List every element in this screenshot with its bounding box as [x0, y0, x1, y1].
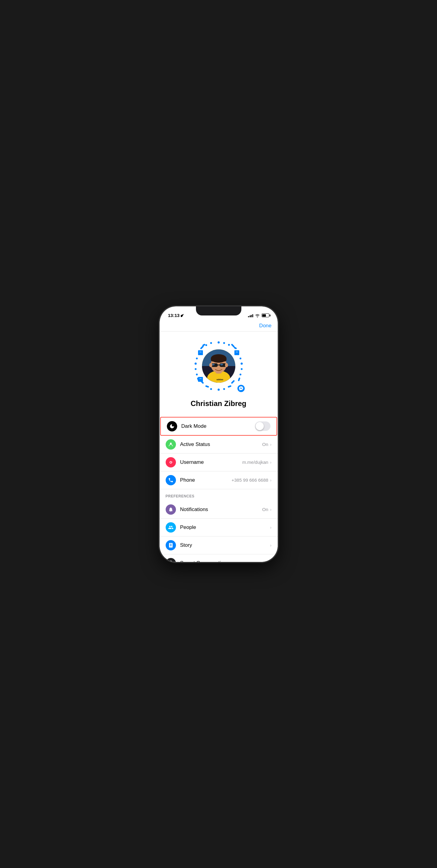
svg-point-37	[199, 379, 202, 381]
signal-bars	[248, 314, 253, 317]
active-status-value: On	[262, 442, 268, 447]
secret-conversations-chevron: ›	[270, 561, 272, 562]
svg-point-3	[228, 344, 230, 346]
story-label: Story	[180, 542, 270, 548]
svg-point-16	[210, 388, 212, 390]
svg-point-27	[199, 352, 202, 354]
svg-point-56	[209, 363, 212, 367]
wifi-icon	[255, 314, 260, 317]
username-value: m.me/dujkan	[242, 460, 268, 465]
story-icon-bg	[166, 540, 176, 550]
phone-screen: 13:13	[160, 306, 278, 562]
story-icon	[168, 542, 174, 548]
secret-conversations-label: Secret Conversations	[180, 560, 270, 562]
time-display: 13:13	[168, 313, 180, 318]
svg-point-7	[241, 363, 243, 365]
people-icon	[168, 525, 174, 530]
username-chevron: ›	[270, 460, 272, 465]
svg-point-11	[194, 363, 196, 365]
moon-icon	[169, 424, 175, 429]
battery-icon	[262, 313, 269, 317]
dark-mode-label: Dark Mode	[181, 423, 255, 429]
phone-frame: 13:13	[160, 306, 278, 562]
battery-fill	[262, 314, 266, 317]
svg-rect-51	[217, 365, 220, 365]
people-row[interactable]: People ›	[160, 519, 278, 536]
svg-point-13	[196, 374, 198, 375]
username-label: Username	[180, 459, 242, 465]
scroll-content[interactable]: adidas Christian Zibreg	[160, 332, 278, 562]
phone-row[interactable]: Phone +385 99 666 6688 ›	[160, 471, 278, 489]
header: Done	[160, 321, 278, 332]
signal-bar-4	[252, 314, 253, 317]
people-label: People	[180, 524, 270, 530]
active-status-chevron: ›	[270, 442, 272, 447]
phone-icon	[168, 477, 174, 483]
messenger-badge	[237, 384, 245, 393]
phone-label: Phone	[180, 477, 232, 483]
active-status-icon	[168, 442, 174, 447]
svg-point-15	[223, 388, 225, 390]
secret-conversations-icon-bg	[166, 558, 176, 562]
svg-rect-38	[205, 385, 209, 388]
svg-point-32	[236, 352, 238, 354]
profile-section: adidas Christian Zibreg	[160, 332, 278, 417]
notifications-chevron: ›	[270, 507, 272, 512]
svg-point-5	[205, 344, 207, 346]
dark-mode-toggle[interactable]	[255, 422, 271, 431]
location-arrow-icon	[181, 314, 184, 317]
story-row[interactable]: Story ›	[160, 536, 278, 554]
svg-point-1	[217, 341, 220, 343]
svg-rect-39	[227, 385, 231, 388]
qr-container[interactable]: adidas	[191, 339, 246, 393]
done-button[interactable]: Done	[259, 323, 272, 329]
active-status-label: Active Status	[180, 441, 262, 447]
svg-text:adidas: adidas	[217, 378, 223, 380]
username-icon-bg	[166, 457, 176, 467]
people-icon-bg	[166, 522, 176, 532]
story-chevron: ›	[270, 543, 272, 548]
notch	[196, 306, 241, 315]
notifications-label: Notifications	[180, 506, 262, 513]
avatar-image: adidas	[202, 349, 235, 383]
profile-name: Christian Zibreg	[190, 399, 246, 408]
svg-rect-40	[238, 377, 241, 381]
phone-chevron: ›	[270, 478, 272, 483]
status-time: 13:13	[168, 313, 184, 318]
lock-icon	[168, 560, 174, 562]
at-icon	[168, 460, 174, 465]
bell-icon	[168, 507, 174, 512]
svg-point-10	[196, 358, 198, 360]
notifications-value: On	[262, 507, 268, 512]
signal-bar-2	[250, 315, 250, 317]
svg-point-8	[241, 368, 243, 370]
toggle-knob	[256, 422, 264, 430]
dark-mode-row[interactable]: Dark Mode	[160, 417, 277, 436]
svg-point-57	[225, 363, 228, 367]
active-status-row[interactable]: Active Status On ›	[160, 436, 278, 454]
notifications-row[interactable]: Notifications On ›	[160, 501, 278, 519]
notifications-icon-bg	[166, 504, 176, 515]
settings-section: Dark Mode Active Status On ›	[160, 417, 278, 562]
svg-point-4	[210, 342, 212, 344]
people-chevron: ›	[270, 525, 272, 530]
svg-point-6	[240, 358, 241, 360]
svg-rect-22	[231, 380, 235, 383]
svg-point-2	[223, 342, 225, 344]
svg-point-59	[170, 443, 172, 444]
svg-rect-48	[211, 358, 226, 362]
svg-marker-0	[181, 314, 184, 317]
svg-point-9	[240, 374, 241, 375]
signal-bar-3	[251, 315, 252, 317]
secret-conversations-row[interactable]: Secret Conversations ›	[160, 554, 278, 562]
status-icons	[248, 313, 269, 317]
signal-bar-1	[248, 316, 249, 317]
avatar: adidas	[202, 349, 235, 383]
phone-value: +385 99 666 6688	[231, 477, 268, 483]
svg-point-12	[195, 368, 196, 370]
active-status-icon-bg	[166, 439, 176, 450]
preferences-section-label: PREFERENCES	[160, 489, 278, 501]
phone-icon-bg	[166, 475, 176, 485]
svg-point-14	[217, 389, 220, 391]
username-row[interactable]: Username m.me/dujkan ›	[160, 454, 278, 471]
